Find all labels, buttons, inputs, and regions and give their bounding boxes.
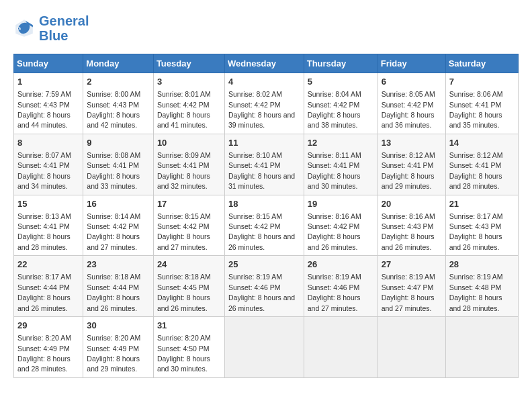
day-number: 10 [157,137,221,149]
calendar-cell: 25 Sunrise: 8:19 AMSunset: 4:46 PMDaylig… [224,256,304,317]
calendar-cell: 9 Sunrise: 8:08 AMSunset: 4:41 PMDayligh… [83,134,154,195]
calendar-cell: 28 Sunrise: 8:19 AMSunset: 4:48 PMDaylig… [445,256,518,317]
day-number: 31 [157,320,221,332]
calendar-cell: 29 Sunrise: 8:20 AMSunset: 4:49 PMDaylig… [14,317,83,378]
day-info: Sunrise: 8:20 AMSunset: 4:49 PMDaylight:… [17,334,71,373]
day-number: 15 [17,198,79,210]
calendar-cell: 15 Sunrise: 8:13 AMSunset: 4:41 PMDaylig… [14,195,83,256]
calendar-cell: 5 Sunrise: 8:04 AMSunset: 4:42 PMDayligh… [304,73,378,134]
day-number: 27 [382,259,442,271]
calendar-cell: 30 Sunrise: 8:20 AMSunset: 4:49 PMDaylig… [83,317,154,378]
day-info: Sunrise: 8:12 AMSunset: 4:41 PMDaylight:… [382,151,435,190]
calendar-cell: 23 Sunrise: 8:18 AMSunset: 4:44 PMDaylig… [83,256,154,317]
calendar-cell: 20 Sunrise: 8:16 AMSunset: 4:43 PMDaylig… [378,195,445,256]
calendar-cell: 22 Sunrise: 8:17 AMSunset: 4:44 PMDaylig… [14,256,83,317]
day-number: 30 [87,320,150,332]
calendar-cell: 13 Sunrise: 8:12 AMSunset: 4:41 PMDaylig… [378,134,445,195]
day-info: Sunrise: 8:08 AMSunset: 4:41 PMDaylight:… [87,151,140,190]
column-header-wednesday: Wednesday [224,54,304,73]
day-number: 5 [308,76,374,88]
day-number: 1 [17,76,79,88]
day-number: 20 [382,198,442,210]
day-info: Sunrise: 8:20 AMSunset: 4:50 PMDaylight:… [157,334,211,373]
day-info: Sunrise: 8:14 AMSunset: 4:42 PMDaylight:… [87,212,140,251]
day-number: 12 [308,137,374,149]
page-header: G General Blue [13,13,519,43]
svg-text:G: G [17,26,21,32]
day-number: 13 [382,137,442,149]
calendar-week-5: 29 Sunrise: 8:20 AMSunset: 4:49 PMDaylig… [14,317,519,378]
calendar-cell: 18 Sunrise: 8:15 AMSunset: 4:42 PMDaylig… [224,195,304,256]
calendar-cell [445,317,518,378]
day-info: Sunrise: 8:05 AMSunset: 4:42 PMDaylight:… [382,90,435,129]
calendar-cell: 1 Sunrise: 7:59 AMSunset: 4:43 PMDayligh… [14,73,83,134]
calendar-cell: 26 Sunrise: 8:19 AMSunset: 4:46 PMDaylig… [304,256,378,317]
day-number: 16 [87,198,150,210]
day-info: Sunrise: 8:00 AMSunset: 4:43 PMDaylight:… [87,90,140,129]
day-info: Sunrise: 8:02 AMSunset: 4:42 PMDaylight:… [228,90,295,129]
calendar-cell [304,317,378,378]
day-info: Sunrise: 8:17 AMSunset: 4:43 PMDaylight:… [449,212,503,251]
day-number: 29 [17,320,79,332]
calendar-week-2: 8 Sunrise: 8:07 AMSunset: 4:41 PMDayligh… [14,134,519,195]
column-header-saturday: Saturday [445,54,518,73]
day-number: 9 [87,137,150,149]
calendar-table: SundayMondayTuesdayWednesdayThursdayFrid… [13,54,519,378]
day-info: Sunrise: 8:19 AMSunset: 4:47 PMDaylight:… [382,273,435,312]
calendar-header-row: SundayMondayTuesdayWednesdayThursdayFrid… [14,54,519,73]
day-number: 4 [228,76,300,88]
calendar-week-4: 22 Sunrise: 8:17 AMSunset: 4:44 PMDaylig… [14,256,519,317]
calendar-cell: 27 Sunrise: 8:19 AMSunset: 4:47 PMDaylig… [378,256,445,317]
calendar-week-3: 15 Sunrise: 8:13 AMSunset: 4:41 PMDaylig… [14,195,519,256]
day-info: Sunrise: 8:04 AMSunset: 4:42 PMDaylight:… [308,90,361,129]
day-info: Sunrise: 8:16 AMSunset: 4:42 PMDaylight:… [308,212,361,251]
column-header-thursday: Thursday [304,54,378,73]
day-number: 17 [157,198,221,210]
day-info: Sunrise: 8:01 AMSunset: 4:42 PMDaylight:… [157,90,211,129]
day-info: Sunrise: 8:10 AMSunset: 4:41 PMDaylight:… [228,151,295,190]
day-info: Sunrise: 7:59 AMSunset: 4:43 PMDaylight:… [17,90,71,129]
day-number: 3 [157,76,221,88]
day-info: Sunrise: 8:12 AMSunset: 4:41 PMDaylight:… [449,151,503,190]
day-number: 25 [228,259,300,271]
day-info: Sunrise: 8:18 AMSunset: 4:45 PMDaylight:… [157,273,211,312]
calendar-cell: 31 Sunrise: 8:20 AMSunset: 4:50 PMDaylig… [153,317,224,378]
calendar-cell: 3 Sunrise: 8:01 AMSunset: 4:42 PMDayligh… [153,73,224,134]
calendar-week-1: 1 Sunrise: 7:59 AMSunset: 4:43 PMDayligh… [14,73,519,134]
day-number: 24 [157,259,221,271]
day-number: 14 [449,137,515,149]
column-header-friday: Friday [378,54,445,73]
calendar-cell: 19 Sunrise: 8:16 AMSunset: 4:42 PMDaylig… [304,195,378,256]
calendar-cell: 21 Sunrise: 8:17 AMSunset: 4:43 PMDaylig… [445,195,518,256]
calendar-cell [224,317,304,378]
calendar-cell: 2 Sunrise: 8:00 AMSunset: 4:43 PMDayligh… [83,73,154,134]
day-number: 22 [17,259,79,271]
day-info: Sunrise: 8:15 AMSunset: 4:42 PMDaylight:… [228,212,295,251]
calendar-cell: 4 Sunrise: 8:02 AMSunset: 4:42 PMDayligh… [224,73,304,134]
day-info: Sunrise: 8:19 AMSunset: 4:46 PMDaylight:… [308,273,361,312]
logo: G General Blue [13,13,89,43]
calendar-cell: 11 Sunrise: 8:10 AMSunset: 4:41 PMDaylig… [224,134,304,195]
calendar-cell [378,317,445,378]
calendar-cell: 17 Sunrise: 8:15 AMSunset: 4:42 PMDaylig… [153,195,224,256]
day-number: 28 [449,259,515,271]
day-info: Sunrise: 8:19 AMSunset: 4:46 PMDaylight:… [228,273,295,312]
calendar-cell: 8 Sunrise: 8:07 AMSunset: 4:41 PMDayligh… [14,134,83,195]
column-header-monday: Monday [83,54,154,73]
calendar-cell: 7 Sunrise: 8:06 AMSunset: 4:41 PMDayligh… [445,73,518,134]
day-number: 6 [382,76,442,88]
day-number: 21 [449,198,515,210]
day-info: Sunrise: 8:13 AMSunset: 4:41 PMDaylight:… [17,212,71,251]
logo-icon: G [13,17,35,39]
day-info: Sunrise: 8:07 AMSunset: 4:41 PMDaylight:… [17,151,71,190]
calendar-cell: 24 Sunrise: 8:18 AMSunset: 4:45 PMDaylig… [153,256,224,317]
day-info: Sunrise: 8:15 AMSunset: 4:42 PMDaylight:… [157,212,211,251]
day-info: Sunrise: 8:19 AMSunset: 4:48 PMDaylight:… [449,273,503,312]
day-info: Sunrise: 8:16 AMSunset: 4:43 PMDaylight:… [382,212,435,251]
day-number: 26 [308,259,374,271]
day-info: Sunrise: 8:20 AMSunset: 4:49 PMDaylight:… [87,334,140,373]
calendar-cell: 16 Sunrise: 8:14 AMSunset: 4:42 PMDaylig… [83,195,154,256]
calendar-cell: 12 Sunrise: 8:11 AMSunset: 4:41 PMDaylig… [304,134,378,195]
day-number: 11 [228,137,300,149]
calendar-cell: 10 Sunrise: 8:09 AMSunset: 4:41 PMDaylig… [153,134,224,195]
